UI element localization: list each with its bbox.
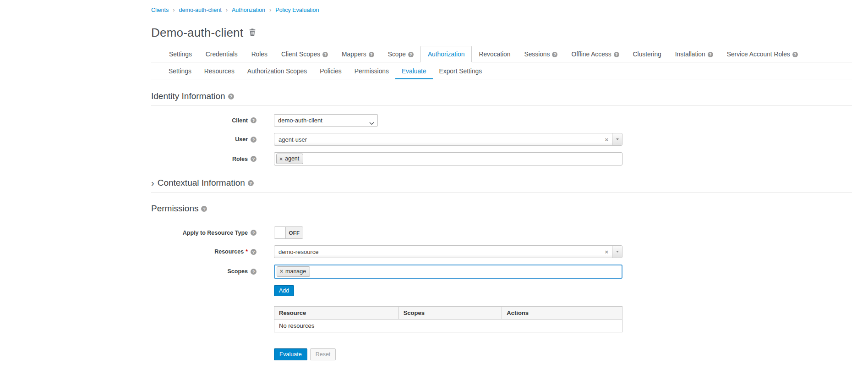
user-combobox[interactable]: agent-user × xyxy=(274,133,622,146)
tab-settings[interactable]: Settings xyxy=(162,46,199,62)
subtab-permissions[interactable]: Permissions xyxy=(348,63,395,79)
toggle-handle xyxy=(274,227,286,238)
subtab-resources[interactable]: Resources xyxy=(198,63,241,79)
tab-clustering[interactable]: Clustering xyxy=(626,46,668,62)
add-button[interactable]: Add xyxy=(274,285,294,296)
breadcrumb-link-client[interactable]: demo-auth-client xyxy=(179,7,222,13)
roles-tag-input[interactable]: × agent xyxy=(274,152,622,165)
client-select[interactable]: demo-auth-client xyxy=(274,114,378,127)
breadcrumb-link-clients[interactable]: Clients xyxy=(151,7,169,13)
subtab-evaluate[interactable]: Evaluate xyxy=(395,63,433,79)
authorization-subtabs: Settings Resources Authorization Scopes … xyxy=(151,63,852,79)
tab-installation[interactable]: Installation xyxy=(668,46,720,62)
resources-table: Resource Scopes Actions No resources xyxy=(274,306,622,332)
client-form-row: Client demo-auth-client xyxy=(151,114,852,127)
clear-icon[interactable]: × xyxy=(605,137,608,143)
resource-type-toggle[interactable]: OFF xyxy=(274,226,303,239)
breadcrumb-separator: › xyxy=(226,6,228,13)
tab-service-account-roles[interactable]: Service Account Roles xyxy=(720,46,805,62)
dropdown-toggle-button[interactable] xyxy=(612,133,622,145)
required-marker: * xyxy=(246,248,248,255)
client-tabs: Settings Credentials Roles Client Scopes… xyxy=(151,46,852,62)
breadcrumb-link-authorization[interactable]: Authorization xyxy=(232,7,265,13)
policy-evaluation-page: Clients › demo-auth-client › Authorizati… xyxy=(0,0,868,360)
tab-roles[interactable]: Roles xyxy=(245,46,274,62)
breadcrumb-separator: › xyxy=(269,6,271,13)
scopes-label: Scopes xyxy=(151,268,257,275)
help-icon xyxy=(251,137,257,143)
tag-agent: × agent xyxy=(276,154,303,164)
caret-down-icon xyxy=(616,138,619,140)
help-icon xyxy=(251,269,257,275)
tab-sessions[interactable]: Sessions xyxy=(517,46,564,62)
empty-message: No resources xyxy=(274,319,622,332)
subtab-settings[interactable]: Settings xyxy=(162,63,198,79)
table-empty-row: No resources xyxy=(274,319,622,332)
toggle-state-label: OFF xyxy=(286,227,303,238)
user-selected-value: agent-user xyxy=(278,136,601,143)
caret-down-icon xyxy=(616,251,619,253)
chevron-right-icon: › xyxy=(151,178,154,188)
help-icon xyxy=(792,52,798,57)
reset-button[interactable]: Reset xyxy=(310,348,336,360)
help-icon xyxy=(552,52,557,57)
table-header-actions: Actions xyxy=(502,306,622,319)
help-icon xyxy=(251,249,257,255)
tag-manage: × manage xyxy=(277,266,310,277)
resources-label: Resources * xyxy=(151,248,257,255)
help-icon xyxy=(408,52,414,57)
table-header-scopes: Scopes xyxy=(399,306,502,319)
user-label: User xyxy=(151,136,257,143)
delete-client-button[interactable] xyxy=(248,28,257,39)
help-icon xyxy=(251,117,257,123)
subtab-authorization-scopes[interactable]: Authorization Scopes xyxy=(241,63,313,79)
help-icon xyxy=(369,52,374,57)
apply-resource-type-row: Apply to Resource Type OFF xyxy=(151,226,852,239)
trash-icon xyxy=(249,31,256,38)
remove-tag-icon[interactable]: × xyxy=(280,269,283,274)
section-title-permissions: Permissions xyxy=(151,204,852,218)
help-icon xyxy=(228,94,234,99)
tab-credentials[interactable]: Credentials xyxy=(199,46,245,62)
roles-form-row: Roles × agent xyxy=(151,152,852,165)
help-icon xyxy=(251,230,257,236)
help-icon xyxy=(322,52,328,57)
section-title-identity-information: Identity Information xyxy=(151,91,852,106)
breadcrumb: Clients › demo-auth-client › Authorizati… xyxy=(151,5,852,13)
table-header-row: Resource Scopes Actions xyxy=(274,306,622,319)
tab-client-scopes[interactable]: Client Scopes xyxy=(274,46,335,62)
evaluate-button[interactable]: Evaluate xyxy=(274,348,307,360)
table-header-resource: Resource xyxy=(274,306,399,319)
breadcrumb-separator: › xyxy=(173,6,175,13)
help-icon xyxy=(201,206,207,212)
client-label: Client xyxy=(151,117,257,124)
remove-tag-icon[interactable]: × xyxy=(279,156,283,162)
clear-icon[interactable]: × xyxy=(605,249,608,255)
dropdown-toggle-button[interactable] xyxy=(612,246,622,258)
help-icon xyxy=(251,156,257,162)
user-form-row: User agent-user × xyxy=(151,133,852,146)
tab-authorization[interactable]: Authorization xyxy=(420,46,472,62)
help-icon xyxy=(708,52,713,57)
page-title: Demo-auth-client xyxy=(151,26,243,40)
help-icon xyxy=(248,180,254,186)
help-icon xyxy=(614,52,619,57)
tab-offline-access[interactable]: Offline Access xyxy=(564,46,626,62)
tab-revocation[interactable]: Revocation xyxy=(472,46,517,62)
scopes-tag-input[interactable]: × manage xyxy=(274,265,622,279)
apply-resource-type-label: Apply to Resource Type xyxy=(151,230,257,236)
resources-form-row: Resources * demo-resource × xyxy=(151,245,852,258)
scopes-form-row: Scopes × manage xyxy=(151,265,852,279)
tab-mappers[interactable]: Mappers xyxy=(335,46,381,62)
subtab-export-settings[interactable]: Export Settings xyxy=(433,63,489,79)
subtab-policies[interactable]: Policies xyxy=(313,63,348,79)
roles-label: Roles xyxy=(151,156,257,162)
breadcrumb-link-policy-evaluation[interactable]: Policy Evaluation xyxy=(275,7,319,13)
section-title-contextual-information[interactable]: › Contextual Information xyxy=(151,178,852,193)
tab-scope[interactable]: Scope xyxy=(381,46,420,62)
resources-combobox[interactable]: demo-resource × xyxy=(274,245,622,258)
resources-selected-value: demo-resource xyxy=(278,248,601,255)
